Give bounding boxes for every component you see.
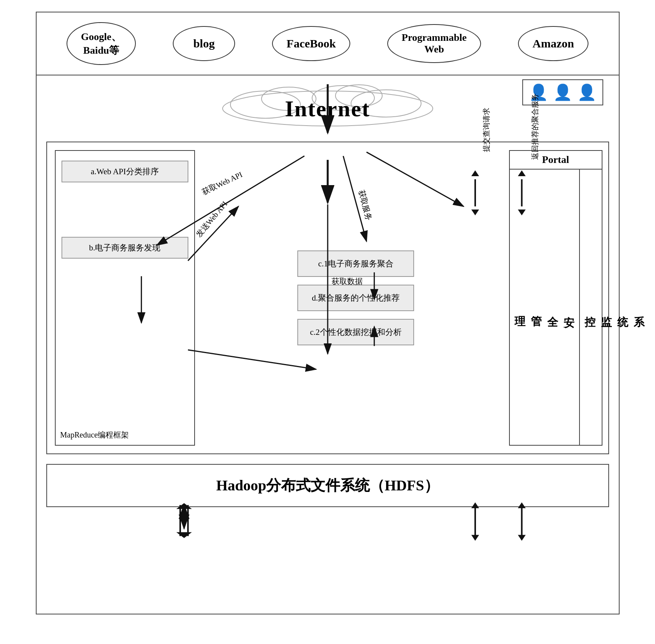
svg-marker-24 bbox=[176, 532, 192, 538]
main-diagram: 获取Web API 发送Web API 获取服务 获取数据 bbox=[36, 12, 620, 614]
top-row: Google、 Baidu等 blog FaceBook Programmabl… bbox=[37, 12, 619, 75]
mapreduce-label: MapReduce编程框架 bbox=[60, 430, 129, 440]
node-amazon: Amazon bbox=[518, 26, 588, 61]
user-icon-2: 👤 bbox=[553, 83, 572, 102]
portal-title: Portal bbox=[510, 151, 602, 170]
portal-box: Portal 安全管理 系统监控 bbox=[509, 150, 602, 446]
internet-label: Internet bbox=[285, 96, 370, 122]
user-icon-1: 👤 bbox=[529, 83, 548, 102]
portal-col-monitor: 系统监控 bbox=[580, 170, 649, 445]
portal-col-security: 安全管理 bbox=[510, 170, 580, 445]
svg-marker-30 bbox=[518, 535, 525, 541]
box-b: b.电子商务服务发现 bbox=[61, 237, 188, 259]
box-c1: c.1电子商务服务聚合 bbox=[297, 250, 414, 277]
portal-body: 安全管理 系统监控 bbox=[510, 170, 602, 445]
hdfs-row: Hadoop分布式文件系统（HDFS） bbox=[46, 464, 609, 507]
inner-box: a.Web API分类排序 b.电子商务服务发现 MapReduce编程框架 c… bbox=[46, 142, 609, 454]
node-programmable: ProgrammableWeb bbox=[387, 24, 481, 63]
node-blog: blog bbox=[173, 26, 235, 61]
center-col: c.1电子商务服务聚合 d.聚合服务的个性化推荐 c.2个性化数据挖掘和分析 bbox=[203, 142, 509, 453]
node-google: Google、 Baidu等 bbox=[67, 22, 136, 65]
box-d: d.聚合服务的个性化推荐 bbox=[297, 285, 414, 311]
mapreduce-box: a.Web API分类排序 b.电子商务服务发现 MapReduce编程框架 bbox=[55, 150, 195, 446]
box-a: a.Web API分类排序 bbox=[61, 161, 188, 182]
box-c2: c.2个性化数据挖掘和分析 bbox=[297, 319, 414, 345]
svg-marker-27 bbox=[471, 535, 479, 541]
internet-section: Internet 👤 👤 👤 bbox=[37, 75, 619, 142]
inner-body: a.Web API分类排序 b.电子商务服务发现 MapReduce编程框架 c… bbox=[47, 142, 608, 453]
node-facebook: FaceBook bbox=[272, 26, 350, 61]
user-icon-3: 👤 bbox=[577, 83, 597, 102]
user-box: 👤 👤 👤 bbox=[522, 79, 603, 105]
